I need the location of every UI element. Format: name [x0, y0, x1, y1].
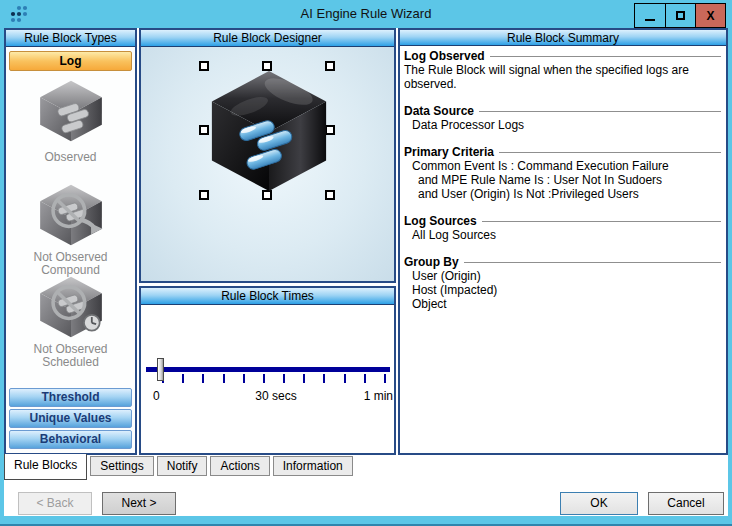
- next-button[interactable]: Next >: [102, 492, 176, 515]
- summary-section-group-by: Group By User (Origin) Host (Impacted) O…: [404, 255, 721, 311]
- minimize-button[interactable]: [635, 4, 665, 27]
- option-label: Observed: [6, 151, 135, 164]
- summary-section-log-sources: Log Sources All Log Sources: [404, 214, 721, 242]
- section-line: All Log Sources: [404, 228, 721, 242]
- cube-not-observed-compound-icon: [34, 182, 108, 248]
- section-rule-line: [490, 56, 721, 57]
- summary-section-data-source: Data Source Data Processor Logs: [404, 104, 721, 132]
- designer-canvas[interactable]: [141, 47, 394, 281]
- window-title: AI Engine Rule Wizard: [0, 6, 732, 21]
- section-heading: Log Sources: [404, 214, 477, 228]
- window-controls: X: [634, 3, 726, 28]
- rule-block-designer-header: Rule Block Designer: [141, 30, 394, 47]
- summary-section-log-observed: Log Observed The Rule Block will signal …: [404, 49, 721, 91]
- maximize-button[interactable]: [665, 4, 695, 27]
- tab-notify[interactable]: Notify: [157, 456, 208, 476]
- section-line: Object: [404, 297, 721, 311]
- section-line: Data Processor Logs: [404, 118, 721, 132]
- cube-not-observed-scheduled-icon: [34, 274, 108, 340]
- maximize-icon: [676, 11, 685, 20]
- section-heading: Data Source: [404, 104, 474, 118]
- summary-body: Log Observed The Rule Block will signal …: [400, 46, 726, 451]
- rule-block-summary-header: Rule Block Summary: [400, 30, 726, 46]
- rule-block-types-panel: Rule Block Types Log: [4, 28, 137, 455]
- time-slider-track[interactable]: [146, 367, 390, 372]
- tab-actions[interactable]: Actions: [210, 456, 269, 476]
- section-line: and User (Origin) Is Not :Privileged Use…: [404, 187, 721, 201]
- type-button-log[interactable]: Log: [9, 51, 132, 71]
- section-line: and MPE Rule Name Is : User Not In Sudoe…: [404, 173, 721, 187]
- type-button-unique-values[interactable]: Unique Values: [9, 409, 132, 428]
- section-rule-line: [479, 111, 721, 112]
- close-icon: X: [706, 9, 714, 23]
- log-observed-cube-icon[interactable]: [205, 67, 333, 195]
- tab-information[interactable]: Information: [273, 456, 353, 476]
- wizard-tab-strip: Rule Blocks Settings Notify Actions Info…: [4, 454, 353, 482]
- time-slider-thumb[interactable]: [157, 358, 164, 381]
- close-button[interactable]: X: [695, 4, 725, 27]
- rule-block-times-panel: Rule Block Times 0 30 secs 1 min: [139, 286, 396, 455]
- section-rule-line: [464, 262, 721, 263]
- dialog-content: Rule Block Types Log: [4, 28, 728, 516]
- rule-block-designer-panel: Rule Block Designer: [139, 28, 396, 283]
- rule-block-summary-panel: Rule Block Summary Log Observed The Rule…: [398, 28, 728, 455]
- section-heading: Primary Criteria: [404, 145, 494, 159]
- rule-block-types-header: Rule Block Types: [6, 30, 135, 47]
- minimize-icon: [645, 19, 655, 21]
- time-label-1min: 1 min: [349, 389, 393, 403]
- rule-block-option-observed[interactable]: Observed: [6, 78, 135, 164]
- time-slider-area: 0 30 secs 1 min: [141, 305, 394, 453]
- type-button-threshold[interactable]: Threshold: [9, 388, 132, 407]
- other-type-buttons: Threshold Unique Values Behavioral: [6, 386, 135, 451]
- section-line: Common Event Is : Command Execution Fail…: [404, 159, 721, 173]
- back-button[interactable]: < Back: [18, 492, 92, 515]
- section-heading: Group By: [404, 255, 459, 269]
- time-label-30secs: 30 secs: [241, 389, 311, 403]
- section-line: Host (Impacted): [404, 283, 721, 297]
- section-line: User (Origin): [404, 269, 721, 283]
- section-rule-line: [499, 152, 721, 153]
- type-button-behavioral[interactable]: Behavioral: [9, 430, 132, 449]
- title-bar: AI Engine Rule Wizard X: [0, 0, 732, 28]
- time-slider-ticks: [162, 374, 386, 383]
- rule-block-times-header: Rule Block Times: [141, 288, 394, 305]
- option-label: Scheduled: [6, 356, 135, 369]
- rule-block-option-not-observed-compound[interactable]: Not Observed Compound: [6, 182, 135, 277]
- time-label-0: 0: [153, 389, 160, 403]
- section-rule-line: [482, 221, 721, 222]
- tab-rule-blocks[interactable]: Rule Blocks: [4, 454, 87, 480]
- ai-engine-rule-wizard-window: AI Engine Rule Wizard X Rule Block Types…: [0, 0, 732, 526]
- cube-observed-icon: [34, 78, 108, 144]
- ok-button[interactable]: OK: [560, 492, 638, 515]
- rule-block-option-not-observed-scheduled[interactable]: Not Observed Scheduled: [6, 274, 135, 369]
- tab-settings[interactable]: Settings: [90, 456, 153, 476]
- section-heading: Log Observed: [404, 49, 485, 63]
- summary-section-primary-criteria: Primary Criteria Common Event Is : Comma…: [404, 145, 721, 201]
- cancel-button[interactable]: Cancel: [648, 492, 724, 515]
- section-line: The Rule Block will signal when the spec…: [404, 63, 721, 91]
